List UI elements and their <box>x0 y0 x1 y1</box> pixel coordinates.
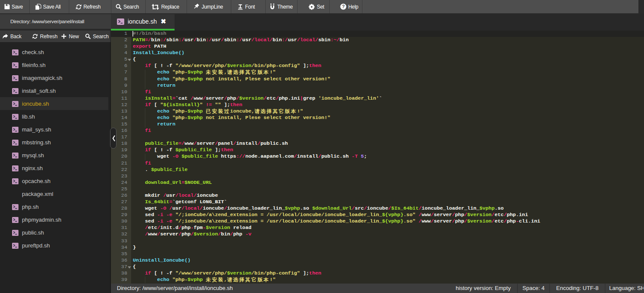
svg-text:?: ? <box>342 4 345 9</box>
